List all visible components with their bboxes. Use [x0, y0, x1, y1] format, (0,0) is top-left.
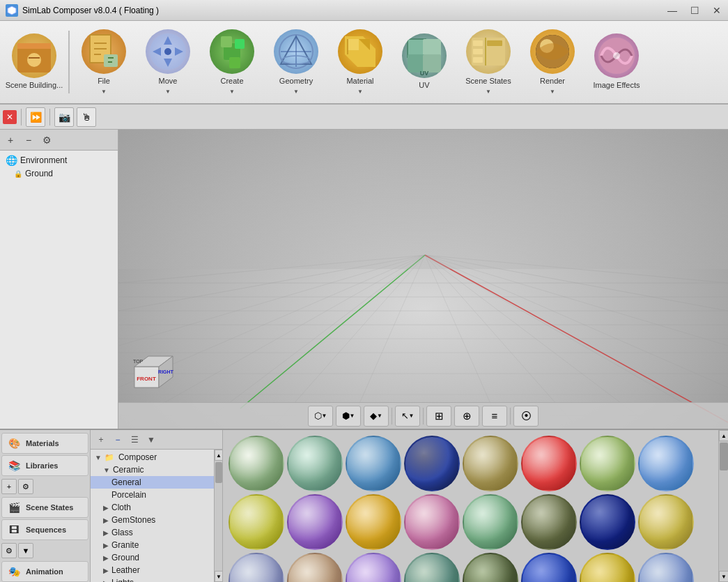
- forward-button[interactable]: ⏩: [26, 107, 45, 127]
- secondary-toolbar: ✕ ⏩ 📷 🖱: [0, 105, 728, 130]
- material-item-m12[interactable]: [404, 494, 460, 550]
- materials-icon: 🎨: [6, 436, 22, 451]
- mat-scroll-track[interactable]: [719, 441, 728, 571]
- add-object-button[interactable]: ⊕: [454, 406, 479, 427]
- material-item-m2[interactable]: [287, 436, 343, 491]
- settings-tree-button[interactable]: ⚙: [39, 132, 54, 148]
- tree-root-composer[interactable]: ▼ 📁 Composer: [91, 451, 214, 464]
- tree-cloth[interactable]: ▶ Cloth: [91, 501, 214, 514]
- seq-tool-row: ⚙ ▼: [1, 542, 88, 560]
- material-item-r3m1[interactable]: [404, 553, 460, 582]
- scene-states-button[interactable]: 🎬 Scene States: [1, 497, 88, 518]
- material-item-r2m5[interactable]: [229, 553, 284, 582]
- material-item-m3[interactable]: [346, 436, 401, 491]
- tree-glass[interactable]: ▶ Glass: [91, 526, 214, 539]
- toolbar-item-material[interactable]: Material▼: [329, 24, 392, 100]
- materials-grid[interactable]: [223, 430, 718, 582]
- material-item-r2m2[interactable]: [521, 494, 577, 550]
- materials-button[interactable]: 🎨 Materials: [1, 433, 88, 454]
- tree-granite[interactable]: ▶ Granite: [91, 539, 214, 551]
- animation-button[interactable]: 🎭 Animation: [1, 561, 88, 582]
- toolbar-item-image-effects[interactable]: Image Effects: [585, 24, 648, 100]
- material-item-m11[interactable]: [346, 494, 401, 550]
- mat-scroll-down[interactable]: ▼: [719, 571, 728, 582]
- libraries-button[interactable]: 📚 Libraries: [1, 455, 88, 476]
- maximize-button[interactable]: ☐: [683, 0, 706, 21]
- svg-rect-41: [473, 49, 483, 54]
- svg-text:RIGHT: RIGHT: [158, 369, 174, 374]
- toolbar-item-scene-building[interactable]: Scene Building...: [3, 24, 65, 100]
- material-item-m6[interactable]: [521, 436, 577, 491]
- material-item-r2m3[interactable]: [580, 494, 635, 550]
- tree-gemstones[interactable]: ▶ GemStones: [91, 514, 214, 526]
- toolbar-item-create[interactable]: Create▼: [201, 24, 263, 100]
- bottom-tree-scroll[interactable]: ▼ 📁 Composer ▼ Ceramic General Porcelain: [91, 450, 214, 582]
- toolbar-item-render[interactable]: Render▼: [521, 24, 584, 100]
- scroll-up-button[interactable]: ▲: [215, 450, 222, 461]
- materials-right-scrollbar[interactable]: ▲ ▼: [718, 430, 728, 582]
- tree-expand-button[interactable]: +: [93, 432, 109, 447]
- scroll-down-button[interactable]: ▼: [215, 571, 222, 582]
- material-item-m5[interactable]: [463, 436, 518, 491]
- material-item-r2m4[interactable]: [638, 494, 694, 550]
- mat-scroll-up[interactable]: ▲: [719, 430, 728, 441]
- material-item-m7[interactable]: [580, 436, 635, 491]
- material-item-m8[interactable]: [638, 436, 694, 491]
- tree-leather[interactable]: ▶ Leather: [91, 564, 214, 576]
- mat-scroll-thumb[interactable]: [720, 443, 728, 470]
- object-button[interactable]: ◆▼: [364, 406, 389, 427]
- minimize-button[interactable]: —: [661, 0, 683, 21]
- layers-button[interactable]: ≡: [482, 406, 507, 427]
- material-item-r3m4[interactable]: [580, 553, 635, 582]
- tree-item-environment[interactable]: 🌐 Environment: [3, 153, 115, 167]
- close-panel-button[interactable]: ✕: [3, 110, 17, 124]
- tree-view-button[interactable]: ☰: [127, 432, 142, 447]
- tree-view2-button[interactable]: ▼: [144, 432, 159, 447]
- tree-ground[interactable]: ▶ Ground: [91, 551, 214, 564]
- add-tree-item-button[interactable]: +: [3, 132, 18, 148]
- scroll-track[interactable]: [215, 461, 222, 571]
- camera-button[interactable]: 📷: [54, 107, 74, 127]
- view-cube[interactable]: FRONT RIGHT TOP: [124, 342, 180, 398]
- bottom-tree-scrollbar[interactable]: ▲ ▼: [214, 450, 222, 582]
- toolbar-item-uv[interactable]: UVUV: [393, 24, 456, 100]
- shading-button[interactable]: ⬢▼: [336, 406, 361, 427]
- material-item-r3m3[interactable]: [521, 553, 577, 582]
- close-button[interactable]: ✕: [706, 0, 728, 21]
- seq-settings-button[interactable]: ⚙: [1, 543, 17, 558]
- toolbar-item-move[interactable]: Move▼: [137, 24, 199, 100]
- toolbar-item-file[interactable]: File▼: [72, 24, 135, 100]
- viewport[interactable]: FRONT RIGHT TOP ⬡▼ ⬢▼: [118, 130, 728, 429]
- lib-add-button[interactable]: +: [1, 479, 17, 494]
- camera-view-button[interactable]: ⦿: [513, 406, 539, 427]
- tree-lights[interactable]: ▶ Lights: [91, 576, 214, 582]
- select-tool-button[interactable]: ↖▼: [395, 406, 420, 427]
- toolbar-item-states[interactable]: Scene States▼: [457, 24, 520, 100]
- tree-item-ground[interactable]: 🔒 Ground: [3, 167, 115, 180]
- toolbar-item-geometry[interactable]: Geometry▼: [265, 24, 327, 100]
- title-bar-left: SimLab Composer v8.0.4 ( Floating ): [0, 4, 159, 17]
- grid-toggle-button[interactable]: ⊞: [426, 406, 451, 427]
- material-item-m10[interactable]: [287, 494, 343, 550]
- cursor-button[interactable]: 🖱: [77, 107, 96, 127]
- material-item-r2m1[interactable]: [463, 494, 518, 550]
- material-item-r3m2[interactable]: [463, 553, 518, 582]
- scroll-thumb[interactable]: [215, 462, 222, 483]
- remove-tree-item-button[interactable]: −: [21, 132, 36, 148]
- material-item-r2m6[interactable]: [287, 553, 343, 582]
- material-item-m4[interactable]: [404, 436, 460, 491]
- material-item-r2m7[interactable]: [346, 553, 401, 582]
- material-item-m9[interactable]: [229, 494, 284, 550]
- materials-grid-panel: [223, 430, 718, 582]
- tree-general[interactable]: General: [91, 476, 214, 489]
- tree-collapse-button[interactable]: −: [110, 432, 125, 447]
- title-bar-controls[interactable]: — ☐ ✕: [661, 0, 728, 21]
- lib-settings-button[interactable]: ⚙: [18, 479, 33, 494]
- material-item-r3m5[interactable]: [638, 553, 694, 582]
- sequences-button[interactable]: 🎞 Sequences: [1, 519, 88, 540]
- tree-ceramic[interactable]: ▼ Ceramic: [91, 464, 214, 476]
- seq-extra-button[interactable]: ▼: [18, 543, 33, 558]
- view-type-button[interactable]: ⬡▼: [308, 406, 333, 427]
- material-item-m1[interactable]: [229, 436, 284, 491]
- tree-porcelain[interactable]: Porcelain: [91, 489, 214, 501]
